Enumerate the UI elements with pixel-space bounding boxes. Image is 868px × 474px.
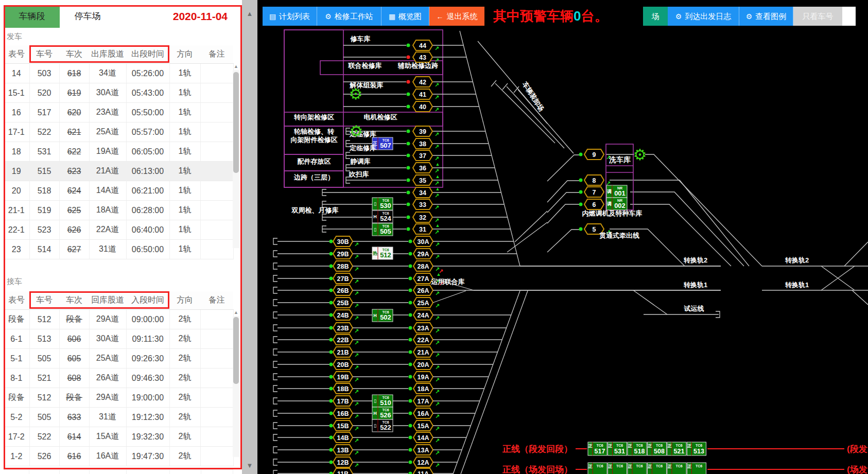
table-cell: 514 xyxy=(29,240,59,259)
track-signal-dot xyxy=(409,375,412,379)
diagram-label: ↗ xyxy=(354,364,359,371)
diagram-label: 转换轨1 xyxy=(683,281,707,289)
maintenance-gear-icon[interactable]: ⚙ xyxy=(633,146,647,163)
diagram-label: 530 xyxy=(380,202,391,209)
table-row[interactable]: 1951562321A道06:13:001轨 xyxy=(4,162,233,181)
diagram-label: ↗ xyxy=(435,377,440,383)
table-cell: 5-1 xyxy=(4,349,29,368)
gear-icon: ⚙ xyxy=(675,12,682,21)
exit-system-button[interactable]: ←退出系统 xyxy=(429,7,484,26)
track-line xyxy=(273,300,277,306)
diagram-label: ↗ xyxy=(435,340,440,346)
table-row[interactable]: 8-152160826A道09:46:302轨 xyxy=(4,368,233,388)
diagram-label: 联合检修库 xyxy=(348,62,382,69)
table-cell xyxy=(200,329,233,349)
table-cell: 1轨 xyxy=(169,142,200,162)
arrival-departure-log-button[interactable]: ⚙到达出发日志 xyxy=(668,7,739,26)
repair-workstation-button[interactable]: ⚙检修工作站 xyxy=(317,7,381,26)
table-row[interactable]: 1-252661616A道19:47:302轨 xyxy=(4,447,233,466)
diagram-label: ▯ xyxy=(374,227,376,232)
diagram-label: 19B xyxy=(337,374,349,381)
table-row[interactable]: 1450361834道05:26:001轨 xyxy=(4,64,233,83)
diagram-label: 运用联合库 xyxy=(431,278,465,286)
table-cell: 06:40:00 xyxy=(126,220,169,240)
table-cell: 2轨 xyxy=(169,427,200,447)
diagram-label: 正 xyxy=(687,464,692,469)
diagram-label: 27B xyxy=(337,275,349,283)
tab-parking-lot[interactable]: 停车场 xyxy=(60,5,115,28)
track-signal-dot xyxy=(407,203,410,206)
diagram-label: 17B xyxy=(337,398,349,405)
track-signal-dot xyxy=(407,191,410,195)
track-signal-dot xyxy=(329,350,333,354)
only-car-number-button[interactable]: 只看车号 xyxy=(793,7,842,26)
page-scroll-down-icon[interactable]: ▼ xyxy=(244,460,255,471)
table-row[interactable]: 17-252261415A道19:32:302轨 xyxy=(4,427,233,447)
table-cell: 2轨 xyxy=(169,388,200,408)
diagram-label: 505 xyxy=(380,227,391,235)
tab-depot[interactable]: 车辆段 xyxy=(4,5,60,28)
table-row[interactable]: 1853162219A道06:05:001轨 xyxy=(4,142,233,162)
table-cell: 18A道 xyxy=(89,201,126,220)
table-row[interactable]: 22-152362622A道06:40:001轨 xyxy=(4,220,233,240)
table-cell: 627 xyxy=(59,240,89,259)
departure-scrollbar[interactable] xyxy=(233,70,239,248)
maintenance-gear-icon[interactable]: ⚙ xyxy=(350,122,363,139)
diagram-label: ↗ xyxy=(435,254,440,260)
table-cell xyxy=(200,142,233,162)
diagram-label: 转换轨2 xyxy=(683,256,707,264)
yard-button[interactable]: 场 xyxy=(643,7,668,26)
table-cell: 09:46:30 xyxy=(126,368,169,388)
table-row[interactable]: 2051862414A道06:21:001轨 xyxy=(4,181,233,201)
table-cell: 605 xyxy=(59,349,89,368)
diagram-label: ↗ xyxy=(435,437,440,444)
track-line xyxy=(273,385,277,392)
table-row[interactable]: 1651762023A道05:50:001轨 xyxy=(4,103,233,122)
diagram-label: ↗ xyxy=(435,450,440,456)
diagram-label: ↗ xyxy=(354,377,359,383)
warning-status-text: 其中预警车辆0台。 xyxy=(493,7,607,25)
diagram-label: H xyxy=(373,411,377,416)
diagram-label: 12A xyxy=(418,459,429,466)
arrival-scroll-up-icon[interactable]: ▲ xyxy=(233,310,239,315)
table-row[interactable]: 21-151962518A道06:28:001轨 xyxy=(4,201,233,220)
maintenance-gear-icon[interactable]: ⚙ xyxy=(349,85,363,102)
diagram-label: 25A xyxy=(418,300,429,307)
track-signal-dot xyxy=(329,252,333,256)
diagram-label: ↗ xyxy=(354,450,359,456)
arrival-scrollbar[interactable] xyxy=(233,316,239,457)
diagram-label: 42 xyxy=(419,79,426,86)
diagram-label: 11B xyxy=(337,470,349,474)
table-cell: 523 xyxy=(29,220,59,240)
table-row[interactable]: 段备512段备29A道09:00:002轨 xyxy=(4,310,233,329)
track-signal-dot xyxy=(407,142,410,146)
table-row[interactable]: 5-250563331道19:12:302轨 xyxy=(4,408,233,427)
track-signal-dot xyxy=(329,301,333,305)
toolbar-white-box[interactable] xyxy=(842,7,856,26)
overview-button[interactable]: ▦概览图 xyxy=(381,7,429,26)
table-cell xyxy=(200,240,233,259)
diagram-label: 518 xyxy=(634,448,645,455)
table-row[interactable]: 段备512段备29A道19:00:002轨 xyxy=(4,388,233,408)
track-signal-dot xyxy=(329,387,333,391)
departure-scroll-up-icon[interactable]: ▲ xyxy=(233,64,239,69)
table-cell: 515 xyxy=(29,162,59,181)
table-row[interactable]: 17-152262125A道05:57:001轨 xyxy=(4,122,233,142)
diagram-label: ↗ xyxy=(354,437,359,444)
page-scroll-up-icon[interactable]: ▲ xyxy=(244,8,255,20)
table-row[interactable]: 2351462731道06:50:001轨 xyxy=(4,240,233,259)
plan-list-button[interactable]: ▤计划列表 xyxy=(263,7,317,26)
table-row[interactable]: 6-151360630A道09:11:302轨 xyxy=(4,329,233,349)
view-legend-button[interactable]: ⚙查看图例 xyxy=(739,7,793,26)
table-row[interactable]: 15-152061930A道05:43:001轨 xyxy=(4,83,233,103)
diagram-label: 21A xyxy=(418,349,429,356)
diagram-label: TC6 xyxy=(616,464,623,468)
table-cell: 1轨 xyxy=(169,103,200,122)
track-signal-dot xyxy=(409,313,412,317)
track-signal-dot xyxy=(579,203,583,206)
diagram-label: ↗ xyxy=(435,192,439,199)
diagram-label: 正 xyxy=(647,464,652,469)
page-scrollbar[interactable]: ▲ ▼ xyxy=(242,0,257,474)
table-cell: 09:00:00 xyxy=(126,310,169,329)
table-row[interactable]: 5-150560525A道09:26:302轨 xyxy=(4,349,233,368)
